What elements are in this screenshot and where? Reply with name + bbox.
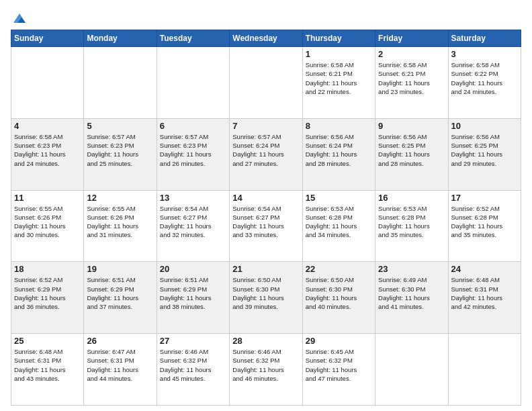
- day-info: Sunrise: 6:48 AM Sunset: 6:31 PM Dayligh…: [14, 347, 81, 383]
- day-header-thursday: Thursday: [302, 30, 375, 47]
- calendar-cell: 4Sunrise: 6:58 AM Sunset: 6:23 PM Daylig…: [11, 118, 84, 190]
- day-number: 8: [306, 121, 372, 131]
- day-info: Sunrise: 6:57 AM Sunset: 6:23 PM Dayligh…: [160, 132, 226, 168]
- day-number: 4: [14, 121, 81, 131]
- day-number: 16: [378, 193, 445, 203]
- calendar-cell: 22Sunrise: 6:50 AM Sunset: 6:30 PM Dayli…: [302, 262, 375, 334]
- calendar-cell: 10Sunrise: 6:56 AM Sunset: 6:25 PM Dayli…: [448, 118, 521, 190]
- calendar-cell: 6Sunrise: 6:57 AM Sunset: 6:23 PM Daylig…: [157, 118, 229, 190]
- day-number: 1: [306, 49, 372, 59]
- calendar-cell: 24Sunrise: 6:48 AM Sunset: 6:31 PM Dayli…: [448, 262, 521, 334]
- day-number: 6: [160, 121, 226, 131]
- day-info: Sunrise: 6:46 AM Sunset: 6:32 PM Dayligh…: [160, 347, 226, 383]
- day-info: Sunrise: 6:46 AM Sunset: 6:32 PM Dayligh…: [232, 347, 299, 383]
- day-number: 11: [14, 193, 81, 203]
- page: SundayMondayTuesdayWednesdayThursdayFrid…: [0, 0, 532, 411]
- logo: [11, 11, 27, 24]
- calendar-cell: 8Sunrise: 6:56 AM Sunset: 6:24 PM Daylig…: [302, 118, 375, 190]
- calendar-cell: 11Sunrise: 6:55 AM Sunset: 6:26 PM Dayli…: [11, 190, 84, 262]
- day-info: Sunrise: 6:56 AM Sunset: 6:25 PM Dayligh…: [451, 132, 518, 168]
- day-number: 10: [451, 121, 518, 131]
- day-number: 9: [378, 121, 445, 131]
- day-info: Sunrise: 6:57 AM Sunset: 6:23 PM Dayligh…: [87, 132, 153, 168]
- calendar-cell: 13Sunrise: 6:54 AM Sunset: 6:27 PM Dayli…: [157, 190, 229, 262]
- day-number: 21: [232, 264, 299, 274]
- calendar-week-row: 18Sunrise: 6:52 AM Sunset: 6:29 PM Dayli…: [11, 262, 521, 334]
- day-info: Sunrise: 6:58 AM Sunset: 6:22 PM Dayligh…: [451, 60, 518, 96]
- day-number: 5: [87, 121, 153, 131]
- day-number: 7: [232, 121, 299, 131]
- day-info: Sunrise: 6:50 AM Sunset: 6:30 PM Dayligh…: [306, 275, 372, 311]
- day-header-tuesday: Tuesday: [157, 30, 229, 47]
- calendar-cell: 7Sunrise: 6:57 AM Sunset: 6:24 PM Daylig…: [230, 118, 302, 190]
- calendar-week-row: 25Sunrise: 6:48 AM Sunset: 6:31 PM Dayli…: [11, 334, 521, 406]
- day-header-sunday: Sunday: [11, 30, 84, 47]
- calendar-cell: 26Sunrise: 6:47 AM Sunset: 6:31 PM Dayli…: [84, 334, 157, 406]
- logo-icon: [12, 11, 27, 26]
- calendar-cell: [448, 334, 521, 406]
- day-info: Sunrise: 6:50 AM Sunset: 6:30 PM Dayligh…: [232, 275, 299, 311]
- day-number: 18: [14, 264, 81, 274]
- calendar-table: SundayMondayTuesdayWednesdayThursdayFrid…: [11, 30, 521, 406]
- day-number: 29: [306, 336, 372, 346]
- day-info: Sunrise: 6:55 AM Sunset: 6:26 PM Dayligh…: [87, 204, 153, 240]
- day-number: 13: [160, 193, 226, 203]
- calendar-cell: 29Sunrise: 6:45 AM Sunset: 6:32 PM Dayli…: [302, 334, 375, 406]
- calendar-cell: 9Sunrise: 6:56 AM Sunset: 6:25 PM Daylig…: [375, 118, 448, 190]
- day-info: Sunrise: 6:53 AM Sunset: 6:28 PM Dayligh…: [306, 204, 372, 240]
- day-number: 19: [87, 264, 153, 274]
- day-info: Sunrise: 6:45 AM Sunset: 6:32 PM Dayligh…: [306, 347, 372, 383]
- calendar-cell: 20Sunrise: 6:51 AM Sunset: 6:29 PM Dayli…: [157, 262, 229, 334]
- calendar-cell: 2Sunrise: 6:58 AM Sunset: 6:21 PM Daylig…: [375, 47, 448, 119]
- day-info: Sunrise: 6:54 AM Sunset: 6:27 PM Dayligh…: [160, 204, 226, 240]
- calendar-cell: 27Sunrise: 6:46 AM Sunset: 6:32 PM Dayli…: [157, 334, 229, 406]
- calendar-cell: 18Sunrise: 6:52 AM Sunset: 6:29 PM Dayli…: [11, 262, 84, 334]
- calendar-week-row: 11Sunrise: 6:55 AM Sunset: 6:26 PM Dayli…: [11, 190, 521, 262]
- day-info: Sunrise: 6:58 AM Sunset: 6:21 PM Dayligh…: [306, 60, 372, 96]
- calendar-cell: 15Sunrise: 6:53 AM Sunset: 6:28 PM Dayli…: [302, 190, 375, 262]
- day-number: 28: [232, 336, 299, 346]
- day-number: 20: [160, 264, 226, 274]
- day-number: 22: [306, 264, 372, 274]
- calendar-cell: [375, 334, 448, 406]
- day-info: Sunrise: 6:57 AM Sunset: 6:24 PM Dayligh…: [232, 132, 299, 168]
- day-header-saturday: Saturday: [448, 30, 521, 47]
- day-header-wednesday: Wednesday: [230, 30, 302, 47]
- calendar-cell: 28Sunrise: 6:46 AM Sunset: 6:32 PM Dayli…: [230, 334, 302, 406]
- day-info: Sunrise: 6:56 AM Sunset: 6:24 PM Dayligh…: [306, 132, 372, 168]
- day-number: 14: [232, 193, 299, 203]
- calendar-cell: 14Sunrise: 6:54 AM Sunset: 6:27 PM Dayli…: [230, 190, 302, 262]
- calendar-cell: [157, 47, 229, 119]
- calendar-cell: 23Sunrise: 6:49 AM Sunset: 6:30 PM Dayli…: [375, 262, 448, 334]
- calendar-cell: 25Sunrise: 6:48 AM Sunset: 6:31 PM Dayli…: [11, 334, 84, 406]
- day-info: Sunrise: 6:53 AM Sunset: 6:28 PM Dayligh…: [378, 204, 445, 240]
- calendar-cell: 17Sunrise: 6:52 AM Sunset: 6:28 PM Dayli…: [448, 190, 521, 262]
- calendar-week-row: 4Sunrise: 6:58 AM Sunset: 6:23 PM Daylig…: [11, 118, 521, 190]
- day-number: 3: [451, 49, 518, 59]
- day-info: Sunrise: 6:51 AM Sunset: 6:29 PM Dayligh…: [160, 275, 226, 311]
- calendar-cell: [230, 47, 302, 119]
- day-info: Sunrise: 6:48 AM Sunset: 6:31 PM Dayligh…: [451, 275, 518, 311]
- day-number: 24: [451, 264, 518, 274]
- day-number: 23: [378, 264, 445, 274]
- calendar-cell: 5Sunrise: 6:57 AM Sunset: 6:23 PM Daylig…: [84, 118, 157, 190]
- day-number: 27: [160, 336, 226, 346]
- calendar-cell: 3Sunrise: 6:58 AM Sunset: 6:22 PM Daylig…: [448, 47, 521, 119]
- day-number: 2: [378, 49, 445, 59]
- day-info: Sunrise: 6:49 AM Sunset: 6:30 PM Dayligh…: [378, 275, 445, 311]
- calendar-cell: [11, 47, 84, 119]
- day-header-friday: Friday: [375, 30, 448, 47]
- calendar-header-row: SundayMondayTuesdayWednesdayThursdayFrid…: [11, 30, 521, 47]
- day-number: 26: [87, 336, 153, 346]
- calendar-cell: 12Sunrise: 6:55 AM Sunset: 6:26 PM Dayli…: [84, 190, 157, 262]
- day-info: Sunrise: 6:58 AM Sunset: 6:21 PM Dayligh…: [378, 60, 445, 96]
- day-header-monday: Monday: [84, 30, 157, 47]
- calendar-cell: 16Sunrise: 6:53 AM Sunset: 6:28 PM Dayli…: [375, 190, 448, 262]
- day-info: Sunrise: 6:56 AM Sunset: 6:25 PM Dayligh…: [378, 132, 445, 168]
- day-info: Sunrise: 6:55 AM Sunset: 6:26 PM Dayligh…: [14, 204, 81, 240]
- calendar-cell: [84, 47, 157, 119]
- day-number: 17: [451, 193, 518, 203]
- day-info: Sunrise: 6:52 AM Sunset: 6:29 PM Dayligh…: [14, 275, 81, 311]
- day-info: Sunrise: 6:52 AM Sunset: 6:28 PM Dayligh…: [451, 204, 518, 240]
- calendar-week-row: 1Sunrise: 6:58 AM Sunset: 6:21 PM Daylig…: [11, 47, 521, 119]
